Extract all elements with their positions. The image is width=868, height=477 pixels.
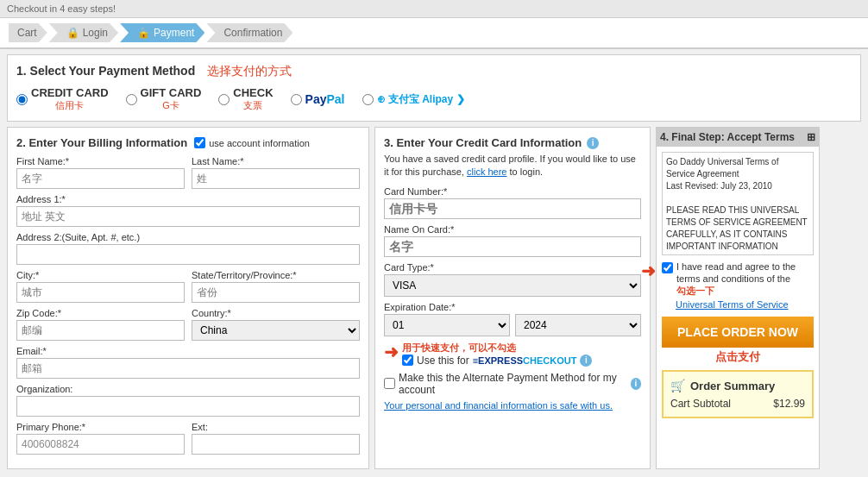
agree-checkbox[interactable] [662, 262, 673, 273]
step-cart-label: Cart [17, 27, 37, 39]
express-checkout-label: Use this for [417, 355, 469, 367]
terms-link[interactable]: Universal Terms of Service [676, 299, 814, 310]
place-order-cn: 点击支付 [662, 349, 814, 365]
steps-bar: Cart 🔒 Login 🔒 Payment Confirmation [0, 18, 868, 49]
check-label: CHECK [233, 86, 273, 99]
terms-content: Go Daddy Universal Terms of Service Agre… [666, 156, 809, 255]
cart-subtotal-value: $12.99 [773, 398, 805, 410]
alipay-logo: ⊕ 支付宝 Alipay ❯ [377, 92, 465, 107]
phone-row: Primary Phone:* Ext: [16, 422, 360, 455]
cc-note-link[interactable]: click here [467, 166, 506, 177]
zip-input[interactable] [16, 320, 185, 341]
ext-input[interactable] [192, 434, 360, 455]
payment-option-alipay[interactable]: ⊕ 支付宝 Alipay ❯ [362, 92, 465, 107]
safe-text-link[interactable]: Your personal and financial information … [384, 400, 613, 411]
address2-input[interactable] [16, 244, 360, 265]
main-columns: 2. Enter Your Billing Information use ac… [7, 127, 861, 469]
credit-card-radio[interactable] [16, 94, 28, 105]
address2-group: Address 2:(Suite, Apt. #, etc.) [16, 232, 360, 265]
name-row: First Name:* Last Name:* [16, 156, 360, 189]
alipay-radio[interactable] [362, 94, 374, 105]
city-input[interactable] [16, 282, 185, 303]
billing-header: 2. Enter Your Billing Information use ac… [16, 136, 360, 149]
address1-input[interactable] [16, 206, 360, 227]
step-login[interactable]: 🔒 Login [49, 23, 118, 42]
paypal-logo: PayPal [305, 92, 345, 106]
phone-input[interactable] [16, 434, 185, 455]
address2-row: Address 2:(Suite, Apt. #, etc.) [16, 232, 360, 265]
payment-methods: CREDIT CARD 信用卡 GIFT CARD G卡 CHECK 支票 Pa… [16, 86, 852, 112]
country-label: Country:* [192, 308, 360, 318]
state-input[interactable] [192, 282, 360, 303]
use-account-checkbox[interactable] [194, 137, 205, 148]
first-name-label: First Name:* [16, 156, 185, 166]
gift-card-label: GIFT CARD [141, 86, 202, 99]
expiry-label: Expiration Date:* [384, 302, 641, 312]
payment-option-gift[interactable]: GIFT CARD G卡 [126, 86, 202, 112]
card-number-label: Card Number:* [384, 186, 641, 197]
card-number-input[interactable] [384, 198, 641, 219]
terms-expand-icon[interactable]: ⊞ [807, 131, 815, 143]
billing-title: 2. Enter Your Billing Information [16, 136, 187, 149]
city-group: City:* [16, 270, 185, 303]
express-checkout-row: ➜ 用于快速支付，可以不勾选 Use this for ≡EXPRESSCHEC… [384, 342, 641, 367]
arrow-agree: ➜ [641, 260, 656, 281]
credit-card-label-cn: 信用卡 [31, 99, 109, 112]
gift-card-radio[interactable] [126, 94, 137, 105]
zip-country-row: Zip Code:* Country:* China United States [16, 308, 360, 341]
use-account-cb[interactable]: use account information [194, 137, 310, 148]
agree-label: I have read and agree to the terms and c… [676, 261, 796, 284]
email-input[interactable] [16, 358, 360, 379]
billing-section: 2. Enter Your Billing Information use ac… [7, 127, 369, 469]
use-account-label: use account information [209, 138, 310, 148]
address1-label: Address 1:* [16, 194, 360, 204]
city-state-row: City:* State/Territory/Province:* [16, 270, 360, 303]
card-type-label: Card Type:* [384, 262, 641, 273]
last-name-label: Last Name:* [192, 156, 360, 166]
alternate-payment-checkbox[interactable] [384, 378, 395, 389]
email-row: Email:* [16, 346, 360, 379]
step-payment-label: Payment [154, 27, 194, 39]
express-checkout-checkbox[interactable] [402, 355, 413, 366]
payment-option-check[interactable]: CHECK 支票 [218, 86, 273, 112]
card-number-group: Card Number:* [384, 186, 641, 219]
payment-option-paypal[interactable]: PayPal [291, 92, 345, 106]
step-payment[interactable]: 🔒 Payment [120, 23, 204, 42]
country-select[interactable]: China United States [192, 320, 360, 341]
phone-group: Primary Phone:* [16, 422, 185, 455]
safe-text: Your personal and financial information … [384, 399, 641, 411]
country-group: Country:* China United States [192, 308, 360, 341]
expiry-year-select[interactable]: 2024202520262027 [515, 314, 641, 336]
terms-scroll-area[interactable]: Go Daddy Universal Terms of Service Agre… [662, 152, 814, 255]
zip-group: Zip Code:* [16, 308, 185, 341]
ext-label: Ext: [192, 422, 360, 432]
expiry-row: 01020304 05060708 09101112 2024202520262… [384, 314, 641, 336]
express-info-icon: i [580, 355, 592, 367]
check-label-cn: 支票 [233, 99, 273, 112]
org-input[interactable] [16, 396, 360, 417]
card-type-select[interactable]: VISA MasterCard AMEX [384, 274, 641, 297]
last-name-input[interactable] [192, 168, 360, 189]
step-cart[interactable]: Cart [9, 23, 47, 42]
first-name-input[interactable] [16, 168, 185, 189]
payment-option-credit[interactable]: CREDIT CARD 信用卡 [16, 86, 109, 112]
state-label: State/Territory/Province:* [192, 270, 360, 280]
name-on-card-input[interactable] [384, 236, 641, 257]
expiry-group: Expiration Date:* 01020304 05060708 0910… [384, 302, 641, 336]
terms-section: 4. Final Step: Accept Terms ⊞ Go Daddy U… [656, 127, 820, 469]
paypal-radio[interactable] [291, 94, 302, 105]
order-summary: 🛒 Order Summary Cart Subtotal $12.99 [662, 370, 814, 418]
address1-row: Address 1:* [16, 194, 360, 227]
address2-label: Address 2:(Suite, Apt. #, etc.) [16, 232, 360, 242]
city-label: City:* [16, 270, 185, 280]
express-cb-row: Use this for ≡EXPRESSCHECKOUT i [402, 355, 592, 367]
state-group: State/Territory/Province:* [192, 270, 360, 303]
name-on-card-group: Name On Card:* [384, 224, 641, 257]
step-confirmation-label: Confirmation [223, 27, 282, 39]
check-radio[interactable] [218, 94, 230, 105]
expiry-month-select[interactable]: 01020304 05060708 09101112 [384, 314, 510, 336]
place-order-button[interactable]: PLACE ORDER NOW [662, 317, 814, 348]
step-confirmation[interactable]: Confirmation [206, 23, 292, 42]
org-label: Organization: [16, 384, 360, 394]
payment-title-cn: 选择支付的方式 [207, 64, 292, 78]
